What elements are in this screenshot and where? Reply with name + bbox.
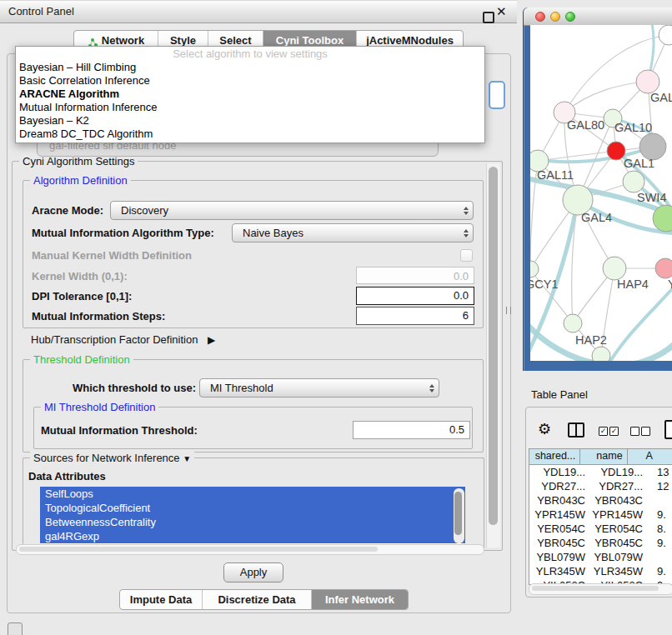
mi-algorithm-type-label: Mutual Information Algorithm Type:: [32, 227, 214, 239]
algorithm-option[interactable]: Bayesian – K2: [16, 114, 484, 128]
window-zoom-icon[interactable]: [565, 12, 575, 22]
node[interactable]: [592, 347, 610, 361]
node-HAP2[interactable]: [564, 314, 582, 332]
unchecked-checkbox-icon[interactable]: [630, 427, 639, 436]
panel-splitter-handle[interactable]: [506, 307, 511, 314]
algorithm-option[interactable]: Bayesian – Hill Climbing: [16, 61, 484, 74]
table-cell: YLR345W: [590, 564, 646, 578]
algorithm-dropdown-popup: Select algorithm to view settings Bayesi…: [15, 46, 485, 143]
hub-definition-label: Hub/Transcription Factor Definition: [31, 333, 198, 346]
minimized-panel-icon[interactable]: [8, 622, 23, 635]
table-cell: YBR045C: [529, 536, 590, 550]
gear-icon[interactable]: ⚙: [538, 421, 551, 438]
manual-kernel-label: Manual Kernel Width Definition: [32, 249, 192, 262]
node-label: HAP4: [617, 278, 649, 291]
window-close-icon[interactable]: [535, 12, 545, 22]
aracne-mode-select[interactable]: Discovery: [110, 201, 474, 220]
document-icon[interactable]: [664, 420, 672, 439]
node-label: SWI4: [637, 191, 666, 204]
algorithm-option[interactable]: Mutual Information Inference: [16, 101, 484, 114]
node-table-body: YDL19...YDL19...13YDR27...YDR27...12YBR0…: [529, 465, 672, 585]
table-cell: YER054C: [590, 522, 646, 536]
table-column-header[interactable]: shared...: [529, 449, 580, 464]
table-horizontal-scrollbar-thumb[interactable]: [532, 586, 659, 591]
table-row[interactable]: YPR145WYPR145W9.: [529, 508, 672, 522]
node[interactable]: [659, 25, 672, 45]
network-canvas[interactable]: GALGAL80GAL10GAL1GAL11SWI4GAL4GCY1HAP4YH…: [530, 25, 672, 361]
table-row[interactable]: YLR345WYLR345W9.: [529, 564, 672, 578]
settings-vertical-scrollbar-thumb[interactable]: [489, 167, 498, 525]
table-cell: YDL19...: [529, 465, 590, 479]
node-SWI4[interactable]: [623, 171, 644, 192]
tab-discretize-data[interactable]: Discretize Data: [203, 590, 312, 609]
checked-checkbox-icon[interactable]: ✓: [609, 427, 619, 436]
table-cell: YBL079W: [529, 550, 590, 564]
which-threshold-value: MI Threshold: [200, 382, 425, 394]
focused-combo-fragment: [489, 81, 505, 109]
algorithm-option[interactable]: Dream8 DC_TDC Algorithm: [16, 128, 484, 141]
dpi-tolerance-input[interactable]: 0.0: [356, 287, 474, 305]
node-GCY1[interactable]: [530, 261, 539, 278]
mi-algorithm-type-value: Naive Bayes: [233, 227, 459, 239]
table-horizontal-scrollbar[interactable]: [529, 583, 672, 595]
which-threshold-label: Which threshold to use:: [73, 382, 196, 394]
node-label: GAL4: [581, 211, 612, 224]
data-attribute-item[interactable]: gal4RGexp: [40, 529, 465, 543]
mi-algorithm-type-select[interactable]: Naive Bayes: [232, 223, 474, 242]
control-panel-titlebar: Control Panel ✕: [0, 0, 517, 23]
node-Y[interactable]: [655, 258, 672, 278]
node-GAL1[interactable]: [607, 142, 625, 160]
table-row[interactable]: YBL079WYBL079W: [529, 550, 672, 564]
which-threshold-select[interactable]: MI Threshold: [199, 378, 439, 398]
mi-steps-input[interactable]: 6: [356, 307, 474, 325]
tab-infer-network[interactable]: Infer Network: [312, 590, 408, 609]
table-column-header[interactable]: A: [628, 449, 672, 464]
table-cell: YBR043C: [590, 493, 646, 508]
table-cell: [646, 550, 672, 564]
network-node-labels: GALGAL80GAL10GAL1GAL11SWI4GAL4GCY1HAP4YH…: [530, 91, 672, 347]
algorithm-option[interactable]: Basic Correlation Inference: [16, 74, 484, 88]
table-cell: 9.: [646, 536, 672, 550]
collapse-down-icon[interactable]: ▼: [183, 454, 191, 463]
table-row[interactable]: YBR043CYBR043C: [529, 493, 672, 508]
attributes-scrollbar-track[interactable]: [454, 488, 464, 543]
algorithm-option-selected[interactable]: ARACNE Algorithm: [16, 88, 484, 101]
tab-impute-data[interactable]: Impute Data: [120, 590, 203, 609]
data-attribute-item[interactable]: TopologicalCoefficient: [40, 501, 465, 515]
control-panel-title: Control Panel: [8, 1, 74, 22]
unchecked-checkbox-icon[interactable]: [641, 427, 650, 436]
network-graph: GALGAL80GAL10GAL1GAL11SWI4GAL4GCY1HAP4YH…: [530, 25, 672, 361]
table-row[interactable]: YBR045CYBR045C9.: [529, 536, 672, 550]
window-minimize-icon[interactable]: [550, 12, 560, 22]
node-HAP4[interactable]: [603, 257, 626, 280]
close-icon[interactable]: ✕: [496, 4, 507, 19]
algorithm-popup-placeholder: Select algorithm to view settings: [16, 47, 484, 61]
table-row[interactable]: YDL19...YDL19...13: [529, 465, 672, 479]
column-layout-icon[interactable]: [568, 422, 584, 438]
settings-horizontal-scrollbar-thumb[interactable]: [19, 547, 378, 552]
mi-threshold-input[interactable]: 0.5: [353, 421, 470, 439]
network-window-titlebar[interactable]: [524, 8, 672, 26]
settings-horizontal-scrollbar[interactable]: [16, 544, 484, 555]
node-GAL[interactable]: [636, 70, 659, 93]
hub-definition-toggle[interactable]: Hub/Transcription Factor Definition ▶: [31, 333, 215, 346]
table-cell: YDR27...: [529, 479, 590, 493]
table-row[interactable]: YDR27...YDR27...12: [529, 479, 672, 493]
float-window-icon[interactable]: [483, 12, 494, 23]
table-row[interactable]: YER054CYER054C8.: [529, 522, 672, 536]
table-column-header[interactable]: name: [580, 449, 627, 464]
data-attribute-item[interactable]: SelfLoops: [40, 487, 465, 501]
kernel-width-input[interactable]: 0.0: [356, 267, 474, 284]
threshold-definition-title: Threshold Definition: [30, 353, 133, 366]
table-cell: 8.: [646, 522, 672, 536]
algorithm-definition-group: Algorithm Definition Aracne Mode: Discov…: [23, 180, 484, 328]
table-cell: YDL19...: [590, 465, 646, 479]
manual-kernel-checkbox[interactable]: [460, 249, 473, 262]
checked-checkbox-icon[interactable]: ✓: [599, 427, 608, 436]
data-attribute-item[interactable]: BetweennessCentrality: [40, 515, 465, 529]
threshold-definition-group: Threshold Definition Which threshold to …: [23, 359, 484, 452]
apply-button[interactable]: Apply: [223, 562, 283, 582]
mi-threshold-label: Mutual Information Threshold:: [41, 424, 198, 437]
node-label: GAL1: [624, 157, 654, 170]
attributes-scrollbar-thumb[interactable]: [454, 492, 462, 535]
